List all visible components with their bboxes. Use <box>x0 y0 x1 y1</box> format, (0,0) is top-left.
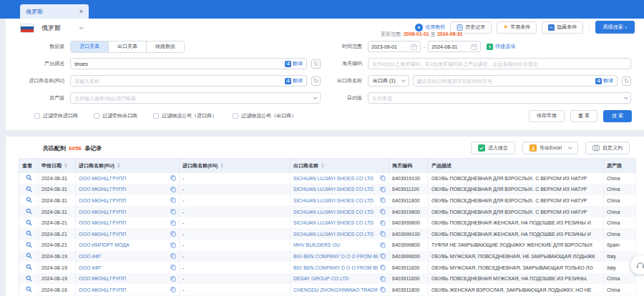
importer-ru-link[interactable]: ООО АФГ <box>79 265 102 270</box>
favorites-button[interactable]: ★ 常用条件 <box>497 21 537 34</box>
filter-checkbox[interactable]: 过滤物流公司（进口商） <box>153 112 217 119</box>
importer-ru-link[interactable]: ООО МЮНЦ ГРУПП <box>79 187 126 192</box>
exporter-link[interactable]: DESAY GROUP CO LTD <box>293 276 349 281</box>
exporter-input[interactable] <box>417 79 596 84</box>
copy-icon[interactable] <box>378 209 386 214</box>
chevron-down-icon[interactable] <box>313 95 318 99</box>
copy-icon[interactable] <box>168 209 176 214</box>
quick-options-link[interactable]: 快捷选项 <box>487 43 515 50</box>
importer-ru-link[interactable]: ООО ИМПОРТ МОДА <box>79 242 130 247</box>
exporter-link[interactable]: BIG BEN COMPANY D O O FROM BEST T <box>293 265 378 270</box>
tab-russia[interactable]: 俄罗斯 × <box>20 4 89 19</box>
view-record-icon[interactable] <box>26 286 32 293</box>
tab-close-icon[interactable]: × <box>79 8 83 15</box>
exporter-type-select[interactable]: 出口商 (1) <box>368 75 409 87</box>
copy-icon[interactable] <box>378 287 386 292</box>
view-record-icon[interactable] <box>26 230 32 237</box>
copy-icon[interactable] <box>378 253 386 259</box>
view-record-icon[interactable] <box>26 186 32 193</box>
column-header[interactable]: 进口商名称(EN) <box>180 159 291 173</box>
view-record-icon[interactable] <box>26 252 32 260</box>
view-record-icon[interactable] <box>26 242 32 249</box>
importer-ru-link[interactable]: ООО МЮНЦ ГРУПП <box>79 220 126 225</box>
data-source-tab[interactable]: 铁路数据 <box>147 41 184 52</box>
importer-ru-link[interactable]: ООО МЮНЦ ГРУПП <box>79 232 126 237</box>
copy-icon[interactable] <box>168 242 176 248</box>
copy-icon[interactable] <box>378 231 386 237</box>
importer-ru-link[interactable]: ООО МЮНЦ ГРУПП <box>79 209 126 214</box>
hs-code-input[interactable] <box>372 61 627 66</box>
copy-icon[interactable] <box>168 220 176 226</box>
column-header[interactable]: 申报日期 <box>39 159 76 173</box>
copy-icon[interactable] <box>168 175 176 181</box>
dest-input[interactable] <box>372 96 621 101</box>
checkbox-icon[interactable] <box>34 113 40 119</box>
view-record-icon[interactable] <box>26 208 32 215</box>
column-header[interactable]: 出口商名称 <box>291 159 389 173</box>
chevron-down-icon[interactable] <box>624 95 628 99</box>
filter-checkbox[interactable]: 过滤物流公司（出口商） <box>233 112 296 119</box>
exporter-link[interactable]: CHENGDU ZHONGXINMIAO TRADING C <box>293 287 378 292</box>
exporter-link[interactable]: SICHUAN LUJIAYI SHOES CO LTD <box>293 187 374 192</box>
chevron-down-icon[interactable] <box>568 145 572 149</box>
start-date-input[interactable]: 2023-09-01 <box>368 41 421 52</box>
input-history-icon[interactable]: ↻ <box>311 77 321 86</box>
copy-icon[interactable] <box>378 197 386 203</box>
translate-button[interactable]: 译 翻译 <box>285 77 303 84</box>
exporter-link[interactable]: SICHUAN LUJIAYI SHOES CO LTD <box>293 176 374 181</box>
sort-icon[interactable] <box>321 163 324 168</box>
copy-icon[interactable] <box>168 253 176 259</box>
end-date-input[interactable]: 2024-08-31 <box>428 41 481 52</box>
sort-icon[interactable] <box>117 163 120 168</box>
sort-icon[interactable] <box>220 163 223 168</box>
sort-icon[interactable] <box>64 163 67 168</box>
exporter-link[interactable]: SICHUAN LUJIAYI SHOES CO LTD <box>293 198 374 203</box>
exporter-link[interactable]: SICHUAN LUJIAYI SHOES CO LTD <box>293 220 374 225</box>
input-history-icon[interactable]: ↻ <box>622 77 631 86</box>
exporter-link[interactable]: SICHUAN LUJIAYI SHOES CO LTD <box>293 209 374 214</box>
checkbox-icon[interactable] <box>94 113 99 119</box>
country-name[interactable]: 俄罗斯 <box>42 24 61 33</box>
copy-icon[interactable] <box>378 220 386 226</box>
checkbox-icon[interactable] <box>233 113 238 119</box>
product-desc-input[interactable] <box>74 61 285 66</box>
copy-icon[interactable] <box>378 276 386 282</box>
importer-ru-link[interactable]: ООО МЮНЦ ГРУПП <box>79 198 126 203</box>
copy-icon[interactable] <box>378 175 386 181</box>
input-history-icon[interactable]: ↻ <box>311 59 321 69</box>
copy-icon[interactable] <box>378 187 386 192</box>
filter-checkbox[interactable]: 过滤空白出口商 <box>94 112 137 119</box>
importer-input[interactable] <box>74 79 285 84</box>
column-header[interactable]: 进口商名称(RU) <box>76 159 180 173</box>
copy-icon[interactable] <box>378 242 386 248</box>
importer-ru-link[interactable]: ООО МЮНЦ ГРУПП <box>79 287 126 292</box>
data-source-tab[interactable]: 进口关单 <box>71 41 109 52</box>
search-button[interactable]: 搜 索 <box>603 110 632 122</box>
view-record-icon[interactable] <box>26 275 32 282</box>
advanced-search-button[interactable]: 高级搜索 › <box>595 21 635 34</box>
exporter-link[interactable]: MHV BUILDERS OU <box>293 242 340 247</box>
reset-button[interactable]: 重 置 <box>570 110 597 122</box>
importer-ru-link[interactable]: ООО АФГ <box>79 254 102 259</box>
copy-icon[interactable] <box>168 287 176 292</box>
checkbox-icon[interactable] <box>153 113 159 119</box>
data-source-tab[interactable]: 出口关单 <box>109 41 147 52</box>
save-favorite-button[interactable]: 保存常用 <box>529 110 565 122</box>
hide-conditions-button[interactable]: 隐藏条件 <box>542 21 583 34</box>
copy-icon[interactable] <box>168 197 176 203</box>
view-record-icon[interactable] <box>26 174 32 182</box>
copy-icon[interactable] <box>168 231 176 237</box>
copy-icon[interactable] <box>168 265 176 270</box>
enter-report-button[interactable]: 进入报告 <box>471 142 515 154</box>
importer-ru-link[interactable]: ООО МЮНЦ ГРУПП <box>79 276 126 281</box>
copy-icon[interactable] <box>168 276 176 282</box>
exporter-link[interactable]: BIG BEN COMPANY D O O FROM BEST T <box>293 254 378 259</box>
view-record-icon[interactable] <box>26 197 32 204</box>
importer-ru-link[interactable]: ООО МЮНЦ ГРУПП <box>79 176 126 181</box>
translate-button[interactable]: 译 翻译 <box>285 60 303 67</box>
copy-icon[interactable] <box>168 187 176 192</box>
translate-button[interactable]: 译 翻译 <box>595 77 613 84</box>
filter-checkbox[interactable]: 过滤空白进口商 <box>34 112 78 119</box>
export-excel-button[interactable]: 导出Excel <box>522 142 578 154</box>
copy-icon[interactable] <box>378 265 386 270</box>
